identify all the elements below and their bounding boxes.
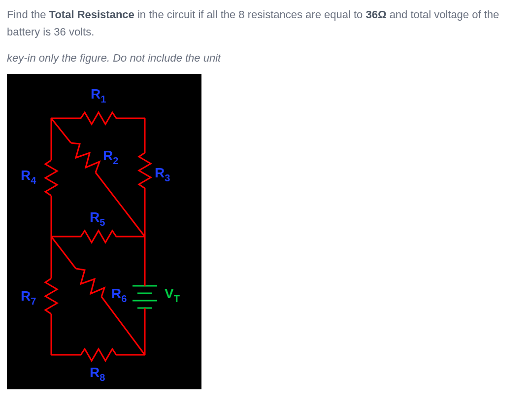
content-area: Find the Total Resistance in the circuit… [7,6,525,389]
label-r1: R1 [91,86,106,104]
problem-mid1: in the circuit if all the 8 resistances … [134,8,366,21]
resistor-r1 [81,112,116,124]
problem-value: 36Ω [366,8,386,21]
label-r2: R2 [103,148,118,166]
wire [51,118,71,143]
label-r4: R4 [21,168,36,186]
problem-bold: Total Resistance [49,8,134,21]
circuit-svg: R1 R2 R3 R4 R5 R6 R7 R8 VT [7,74,201,389]
circuit-diagram: R1 R2 R3 R4 R5 R6 R7 R8 VT [7,74,201,389]
label-vt: VT [165,286,180,304]
resistor-r8 [81,349,116,361]
label-r6: R6 [111,286,127,304]
wire [101,297,145,355]
label-r7: R7 [21,288,36,307]
resistor-r5 [81,231,116,242]
resistor-r3 [139,153,151,188]
label-r3: R3 [155,165,170,183]
resistor-r2 [71,143,100,172]
label-r8: R8 [90,365,105,383]
resistor-r4 [45,160,57,196]
wire [51,237,76,269]
instruction-text: key-in only the figure. Do not include t… [7,49,525,67]
problem-text: Find the Total Resistance in the circuit… [7,6,525,40]
resistor-r7 [45,278,57,314]
resistor-r6 [76,269,104,297]
label-r5: R5 [90,209,105,228]
problem-prefix: Find the [7,8,49,21]
